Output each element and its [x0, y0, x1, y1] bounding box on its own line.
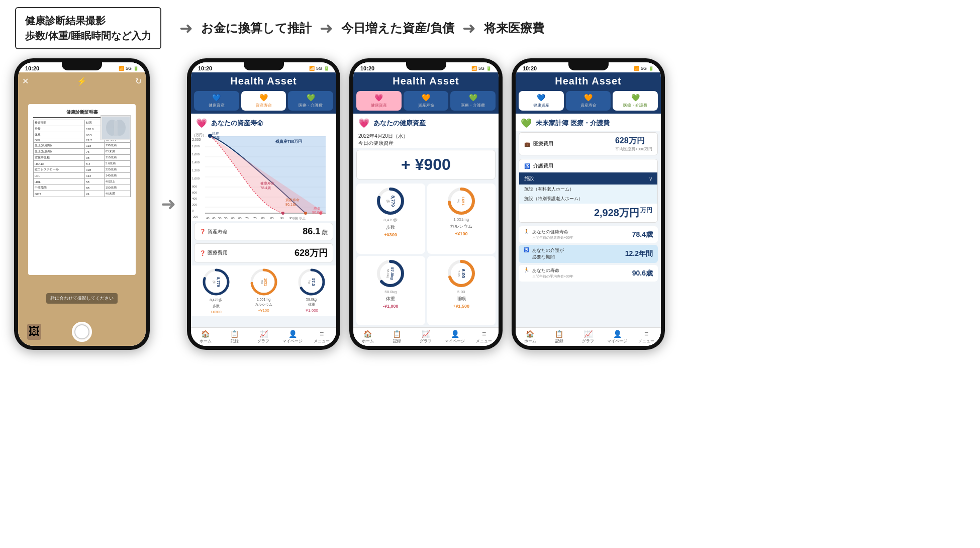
arrow-1: ➜: [176, 19, 196, 38]
care-period-value: 12.2年間: [625, 249, 653, 258]
flash-icon[interactable]: ⚡: [77, 76, 87, 86]
tab-health-3[interactable]: 💗 健康資産: [356, 91, 402, 111]
arrow-3: ➜: [459, 19, 479, 38]
chart-svg: 現在 50歳 残資産780万円 健康寿命 78.4歳 資産寿命 86.1歳: [205, 132, 326, 220]
nav-mypage-3[interactable]: 👤 マイページ: [440, 330, 469, 344]
calcium-chg-3: +¥100: [455, 231, 467, 236]
life-expectancy-label: 🏃 あなたの寿命 △間年前の平均寿命+00年: [524, 267, 573, 279]
flow-label-1: お金に換算して推計: [196, 20, 317, 36]
svg-point-22: [304, 212, 307, 215]
steps-subvalue: 8,479歩: [210, 298, 222, 303]
gauges-row-2: 8,779 歩 8,479歩 歩数 +¥300: [191, 265, 336, 316]
y-label-top: （万円）2,000: [192, 133, 206, 141]
asset-life-content: 💗 あなたの資産寿命 （万円）2,000 1,800 1,600 1,400 1…: [191, 114, 336, 327]
medical-phone-screen: 10:20 📶 5G 🔋 Health Asset 💙 健康資産 🧡 資産寿命: [516, 62, 661, 346]
phone-asset-life: 10:20 📶 5G 🔋 Health Asset 💙 健康資産 🧡 資産寿命: [187, 58, 340, 350]
notch2: [244, 62, 284, 70]
calcium-circle-3: 1651 mg: [447, 187, 476, 216]
nav-home-2[interactable]: 🏠 ホーム: [191, 330, 220, 344]
phone-camera: 10:20 📶 5G 🔋 ✕ ⚡ ↻ 健康診断証明書: [14, 58, 150, 350]
bottom-nav-2: 🏠 ホーム 📋 記録 📈 グラフ 👤 マイページ ≡ メニュー: [191, 327, 336, 346]
nav-home-3[interactable]: 🏠 ホーム: [353, 330, 382, 344]
steps-circle-3: 8,779 歩: [376, 187, 405, 216]
weight-sub-3: 58.0kg: [384, 290, 397, 294]
nav-graph-2[interactable]: 📈 グラフ: [249, 330, 278, 344]
nav-record-4[interactable]: 📋 記録: [545, 330, 574, 344]
phone-medical-future: 10:20 📶 5G 🔋 Health Asset 💙 健康資産 🧡 資産寿命: [512, 58, 665, 350]
nav-mypage-2[interactable]: 👤 マイページ: [278, 330, 307, 344]
flip-icon[interactable]: ↻: [135, 76, 142, 86]
tab-asset-2[interactable]: 🧡 資産寿命: [241, 91, 286, 111]
nav-mypage-4[interactable]: 👤 マイページ: [603, 330, 632, 344]
medical-cost-label: ❓ 医療費用: [200, 249, 228, 256]
weight-label: 体重: [308, 302, 315, 307]
tab-bar-4: 💙 健康資産 🧡 資産寿命 💚 医療・介護費: [516, 91, 661, 114]
total-care-cost: 2,928万円 万円: [519, 204, 657, 222]
svg-text:78.4歳: 78.4歳: [260, 186, 271, 190]
graph-icon-3: 📈: [422, 330, 430, 338]
care-label-row: ♿ 介護費用: [519, 159, 657, 172]
weight-card-3: 57.5kg 58.0kg 58.0kg 体重 -¥1,000: [356, 256, 425, 325]
question-icon-1[interactable]: ❓: [200, 229, 206, 234]
tab-health-4[interactable]: 💙 健康資産: [519, 91, 564, 111]
menu-icon-3: ≡: [482, 330, 486, 338]
nav-home-4[interactable]: 🏠 ホーム: [516, 330, 545, 344]
nav-menu-2[interactable]: ≡ メニュー: [307, 330, 336, 344]
tab-asset-4[interactable]: 🧡 資産寿命: [566, 91, 611, 111]
tab-medical-3[interactable]: 💚 医療・介護費: [450, 91, 496, 111]
health-tab-icon-4: 💙: [537, 94, 545, 102]
svg-text:残資産780万円: 残資産780万円: [275, 139, 302, 144]
nav-record-2[interactable]: 📋 記録: [220, 330, 249, 344]
bottom-nav-3: 🏠 ホーム 📋 記録 📈 グラフ 👤 マイページ ≡ メニュー: [353, 327, 499, 346]
nav-graph-4[interactable]: 📈 グラフ: [574, 330, 603, 344]
health-tab-icon-3: 💗: [374, 94, 383, 102]
chevron-down-icon[interactable]: ∨: [649, 176, 652, 181]
camera-phone-screen: 10:20 📶 5G 🔋 ✕ ⚡ ↻ 健康診断証明書: [18, 62, 146, 346]
care-icon-label: ♿ 介護費用: [524, 162, 553, 169]
arrow-phone-1-2: ➜: [161, 194, 176, 215]
tab-medical-4[interactable]: 💚 医療・介護費: [613, 91, 658, 111]
calcium-circle: 1651 mg: [249, 267, 278, 297]
steps-change: +¥300: [210, 310, 221, 314]
shutter-button[interactable]: [72, 322, 92, 342]
weight-circle: 57.5 kg: [297, 267, 326, 297]
question-icon-2[interactable]: ❓: [200, 250, 206, 256]
health-life-label: 🚶 あなたの健康寿命 △間年前の健康寿命+00年: [524, 229, 573, 240]
status-right-4: 📶 5G 🔋: [634, 66, 654, 71]
svg-text:86.1歳: 86.1歳: [285, 203, 296, 206]
app-header-2: Health Asset: [191, 72, 336, 91]
svg-text:50: 50: [218, 217, 222, 220]
close-icon[interactable]: ✕: [22, 76, 29, 86]
calcium-change: +¥100: [258, 308, 269, 313]
svg-text:45: 45: [212, 217, 216, 220]
date-label: 2022年4月20日（水） 今日の健康資産: [353, 131, 499, 148]
svg-text:80: 80: [261, 217, 265, 220]
y-800: 800: [192, 185, 197, 188]
notch3: [406, 62, 446, 70]
svg-text:以上: 以上: [300, 217, 306, 220]
health-status-bar: 10:20 📶 5G 🔋: [353, 62, 499, 72]
asset-status-bar: 10:20 📶 5G 🔋: [191, 62, 336, 72]
nav-graph-3[interactable]: 📈 グラフ: [412, 330, 441, 344]
top-section: 健康診断結果撮影 歩数/体重/睡眠時間など入力 ➜ お金に換算して推計 ➜ 今日…: [0, 0, 980, 53]
y-1400: 1,400: [192, 161, 200, 164]
y-0: 0: [192, 209, 193, 212]
svg-text:50歳: 50歳: [212, 136, 220, 139]
nav-menu-3[interactable]: ≡ メニュー: [469, 330, 499, 344]
steps-chg-3: +¥300: [384, 232, 397, 237]
life-expectancy-value: 90.6歳: [632, 269, 653, 278]
wheelchair-icon: ♿: [524, 163, 530, 169]
arrow-2: ➜: [317, 19, 336, 38]
flow-label-3: 将来医療費: [479, 20, 549, 36]
summary-items-4: 🚶 あなたの健康寿命 △間年前の健康寿命+00年 78.4歳 ♿: [516, 224, 661, 284]
tab-health-2[interactable]: 💙 健康資産: [194, 91, 239, 111]
tab-medical-2[interactable]: 💚 医療・介護費: [288, 91, 333, 111]
asset-life-value: 86.1 歳: [303, 226, 328, 237]
graph-icon-4: 📈: [584, 330, 593, 338]
tab-asset-3[interactable]: 🧡 資産寿命: [404, 91, 449, 111]
facility-header: 施設 ∨: [519, 172, 657, 185]
nav-menu-4[interactable]: ≡ メニュー: [632, 330, 661, 344]
nav-record-3[interactable]: 📋 記録: [382, 330, 412, 344]
gallery-icon[interactable]: 🖼: [27, 324, 41, 340]
health-phone-screen: 10:20 📶 5G 🔋 Health Asset 💗 健康資産 🧡 資産寿命: [353, 62, 499, 346]
